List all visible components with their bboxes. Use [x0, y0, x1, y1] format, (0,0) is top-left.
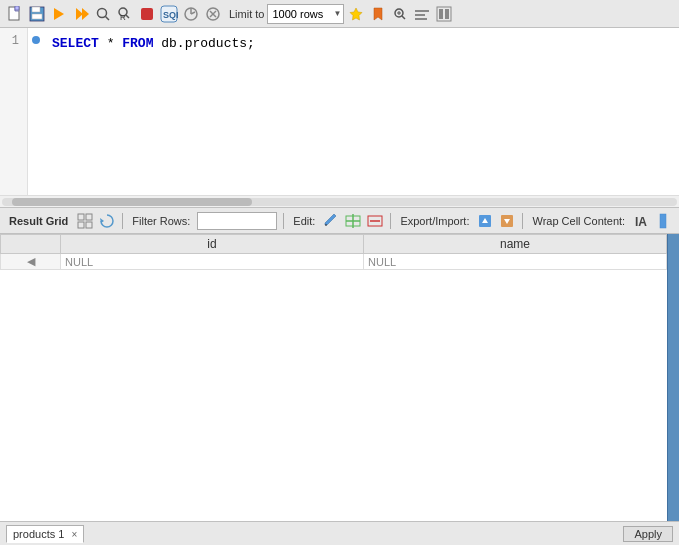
new-file-icon[interactable]: [5, 4, 25, 24]
export-import-label: Export/Import:: [397, 215, 472, 227]
svg-rect-36: [86, 222, 92, 228]
filter-rows-input[interactable]: [197, 212, 277, 230]
svg-rect-1: [15, 6, 19, 10]
svg-line-11: [126, 15, 129, 18]
tab-name: products 1: [13, 528, 64, 540]
sep3: [390, 213, 391, 229]
execute-current-icon[interactable]: [71, 4, 91, 24]
edit-label: Edit:: [290, 215, 318, 227]
keyword-from: FROM: [122, 36, 153, 51]
svg-rect-33: [78, 214, 84, 220]
execute-icon[interactable]: [49, 4, 69, 24]
context-icon[interactable]: [434, 4, 454, 24]
limit-select[interactable]: 1000 rows 500 rows 200 rows 5000 rows 10…: [267, 4, 344, 24]
svg-rect-27: [415, 10, 429, 12]
cancel-icon[interactable]: [203, 4, 223, 24]
filter-rows-label: Filter Rows:: [129, 215, 193, 227]
line-number-1: 1: [12, 34, 19, 48]
table-row[interactable]: ◀ NULL NULL: [1, 254, 667, 270]
horizontal-scrollbar[interactable]: [0, 195, 679, 207]
svg-rect-4: [32, 14, 42, 19]
scrollbar-track[interactable]: [2, 198, 677, 206]
limit-dropdown[interactable]: 1000 rows 500 rows 200 rows 5000 rows 10…: [267, 4, 344, 24]
favorites-icon[interactable]: [346, 4, 366, 24]
result-grid-tab[interactable]: Result Grid: [5, 214, 72, 228]
main-toolbar: R SQL Limit to 1000 rows 500 rows 200 ro…: [0, 0, 679, 28]
save-icon[interactable]: [27, 4, 47, 24]
svg-marker-22: [350, 8, 362, 20]
status-bar: products 1 × Apply: [0, 521, 679, 545]
svg-text:IA: IA: [635, 215, 647, 229]
svg-rect-49: [660, 214, 666, 228]
svg-rect-13: [141, 8, 153, 20]
more-options-icon[interactable]: [654, 212, 672, 230]
apply-button[interactable]: Apply: [623, 526, 673, 542]
commit-icon[interactable]: [181, 4, 201, 24]
code-editor[interactable]: SELECT * FROM db.products;: [44, 28, 679, 195]
svg-rect-34: [86, 214, 92, 220]
svg-rect-32: [445, 9, 449, 19]
svg-marker-5: [54, 8, 64, 20]
line-indicator: [28, 28, 44, 195]
svg-text:SQL: SQL: [163, 10, 178, 20]
svg-point-8: [98, 8, 107, 17]
sep1: [122, 213, 123, 229]
svg-rect-31: [439, 9, 443, 19]
code-star: *: [107, 36, 123, 51]
add-row-icon[interactable]: [344, 212, 362, 230]
limit-label: Limit to: [229, 8, 264, 20]
right-sidebar-strip[interactable]: [667, 234, 679, 521]
status-tabs: products 1 ×: [6, 525, 84, 543]
mysql-icon[interactable]: SQL: [159, 4, 179, 24]
delete-row-icon[interactable]: [366, 212, 384, 230]
code-table: db.products;: [161, 36, 255, 51]
close-tab-icon[interactable]: ×: [71, 529, 77, 540]
sep2: [283, 213, 284, 229]
row-marker-1: ◀: [1, 254, 61, 270]
svg-line-24: [402, 16, 405, 19]
refresh-icon[interactable]: [98, 212, 116, 230]
column-header-id: id: [61, 235, 364, 254]
import-icon[interactable]: [498, 212, 516, 230]
sep4: [522, 213, 523, 229]
row-marker-header: [1, 235, 61, 254]
editor-area: 1 SELECT * FROM db.products;: [0, 28, 679, 208]
limit-rows-box: Limit to 1000 rows 500 rows 200 rows 500…: [229, 4, 344, 24]
export-icon[interactable]: [476, 212, 494, 230]
bookmark-icon[interactable]: [368, 4, 388, 24]
svg-rect-35: [78, 222, 84, 228]
svg-text:R: R: [120, 13, 126, 22]
keyword-select: SELECT: [52, 36, 99, 51]
search-icon[interactable]: [93, 4, 113, 24]
data-table: id name ◀ NULL NULL: [0, 234, 667, 270]
table-header-row: id name: [1, 235, 667, 254]
edit-pencil-icon[interactable]: [322, 212, 340, 230]
svg-rect-28: [415, 14, 425, 16]
grid-wrapper: id name ◀ NULL NULL: [0, 234, 679, 521]
line-numbers: 1: [0, 28, 28, 195]
column-header-name: name: [364, 235, 667, 254]
code-line-1: SELECT * FROM db.products;: [52, 34, 671, 54]
scrollbar-thumb[interactable]: [12, 198, 252, 206]
wrap-toggle-icon[interactable]: IA: [632, 212, 650, 230]
active-tab[interactable]: products 1 ×: [6, 525, 84, 543]
zoom-icon[interactable]: [390, 4, 410, 24]
search-replace-icon[interactable]: R: [115, 4, 135, 24]
result-toolbar: Result Grid Filter Rows: Edit: Export/Im…: [0, 208, 679, 234]
grid-view-icon[interactable]: [76, 212, 94, 230]
cell-id-1[interactable]: NULL: [61, 254, 364, 270]
svg-marker-6: [76, 8, 83, 20]
svg-rect-29: [415, 18, 427, 20]
stop-icon[interactable]: [137, 4, 157, 24]
svg-rect-3: [32, 7, 40, 12]
explain-icon[interactable]: [412, 4, 432, 24]
svg-line-9: [106, 16, 110, 20]
svg-marker-7: [82, 8, 89, 20]
wrap-label: Wrap Cell Content:: [529, 215, 628, 227]
cell-name-1[interactable]: NULL: [364, 254, 667, 270]
result-grid: id name ◀ NULL NULL: [0, 234, 667, 521]
execution-dot: [32, 36, 40, 44]
